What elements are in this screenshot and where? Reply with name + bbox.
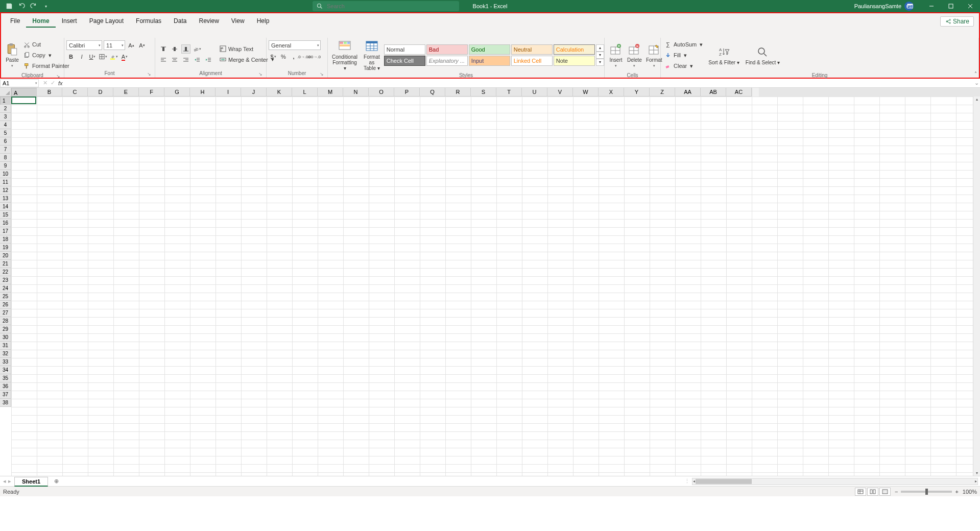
wrap-text-button[interactable]: abcWrap Text — [219, 44, 274, 54]
expand-formula-bar-icon[interactable]: ⌄ — [973, 80, 980, 86]
zoom-slider[interactable] — [901, 491, 952, 493]
maximize-button[interactable] — [941, 0, 961, 12]
fx-icon[interactable]: fx — [58, 80, 63, 86]
row-header[interactable]: 31 — [0, 342, 11, 350]
underline-button[interactable]: U▾ — [88, 52, 97, 61]
decrease-decimal-button[interactable]: .00→.0 — [309, 52, 319, 61]
tab-formulas[interactable]: Formulas — [130, 15, 168, 28]
row-header[interactable]: 16 — [0, 219, 11, 227]
sheet-tab[interactable]: Sheet1 — [14, 477, 48, 487]
column-header[interactable]: G — [164, 88, 190, 96]
column-header[interactable]: X — [599, 88, 624, 96]
delete-cells-button[interactable]: Delete▾ — [625, 39, 644, 71]
tab-help[interactable]: Help — [251, 15, 276, 28]
tab-page-layout[interactable]: Page Layout — [83, 15, 130, 28]
paste-button[interactable]: Paste ▾ — [3, 39, 21, 71]
row-header[interactable]: 10 — [0, 170, 11, 178]
column-header[interactable]: T — [496, 88, 522, 96]
clear-button[interactable]: Clear▾ — [664, 61, 703, 70]
gallery-down-icon[interactable]: ▾ — [596, 52, 604, 59]
column-header[interactable]: AB — [701, 88, 726, 96]
select-all-corner[interactable] — [0, 88, 11, 96]
row-header[interactable]: 30 — [0, 333, 11, 342]
column-header[interactable]: C — [62, 88, 88, 96]
row-header[interactable]: 23 — [0, 276, 11, 284]
redo-icon[interactable] — [30, 2, 38, 10]
zoom-in-button[interactable]: + — [955, 489, 958, 495]
bold-button[interactable]: B — [66, 52, 76, 61]
ribbon-display-options-icon[interactable] — [900, 0, 920, 12]
row-header[interactable]: 21 — [0, 260, 11, 268]
dialog-launcher-icon[interactable]: ↘ — [319, 71, 324, 77]
column-header[interactable]: E — [113, 88, 139, 96]
column-header[interactable]: W — [573, 88, 599, 96]
tab-file[interactable]: File — [4, 15, 26, 28]
tab-insert[interactable]: Insert — [56, 15, 83, 28]
cell-style-normal[interactable]: Normal — [384, 44, 425, 55]
column-header[interactable]: H — [190, 88, 216, 96]
column-header[interactable]: D — [88, 88, 113, 96]
orientation-button[interactable]: ab▾ — [193, 44, 202, 54]
column-header[interactable]: AC — [726, 88, 752, 96]
align-bottom-button[interactable] — [181, 44, 190, 54]
cancel-formula-icon[interactable]: ✕ — [43, 80, 47, 86]
row-header[interactable]: 28 — [0, 317, 11, 325]
column-header[interactable]: K — [267, 88, 292, 96]
row-header[interactable]: 19 — [0, 244, 11, 252]
new-sheet-button[interactable]: ⊕ — [51, 478, 61, 485]
column-header[interactable]: I — [216, 88, 241, 96]
undo-icon[interactable] — [17, 2, 26, 10]
cell-style-input[interactable]: Input — [469, 56, 510, 66]
column-header[interactable]: M — [318, 88, 343, 96]
row-header[interactable]: 8 — [0, 154, 11, 162]
column-header[interactable]: AA — [675, 88, 701, 96]
cell-style-neutral[interactable]: Neutral — [511, 44, 553, 55]
decrease-indent-button[interactable] — [193, 55, 202, 64]
tab-scroll-first-icon[interactable]: ◂ — [3, 478, 6, 485]
row-header[interactable]: 29 — [0, 325, 11, 333]
dialog-launcher-icon[interactable]: ↘ — [147, 71, 152, 77]
row-header[interactable]: 12 — [0, 186, 11, 195]
increase-font-size-button[interactable]: A▴ — [127, 41, 136, 50]
row-header[interactable]: 1 — [0, 96, 11, 105]
qat-customize-icon[interactable]: ▾ — [42, 2, 50, 10]
row-header[interactable]: 24 — [0, 284, 11, 293]
row-header[interactable]: 11 — [0, 178, 11, 186]
row-header[interactable]: 27 — [0, 309, 11, 317]
styles-gallery-spinner[interactable]: ▴ ▾ ▾ — [596, 44, 604, 66]
gallery-more-icon[interactable]: ▾ — [596, 59, 604, 66]
tab-data[interactable]: Data — [168, 15, 193, 28]
column-header[interactable]: F — [139, 88, 164, 96]
column-header[interactable]: J — [241, 88, 267, 96]
row-header[interactable]: 4 — [0, 121, 11, 129]
row-header[interactable]: 2 — [0, 105, 11, 113]
font-size-select[interactable]: 11▾ — [104, 40, 125, 50]
row-header[interactable]: 35 — [0, 374, 11, 382]
row-header[interactable]: 34 — [0, 366, 11, 374]
cells-area[interactable] — [11, 96, 973, 476]
hscroll-thumb[interactable] — [696, 479, 752, 484]
close-button[interactable] — [961, 0, 980, 12]
copy-button[interactable]: Copy▾ — [23, 51, 69, 60]
italic-button[interactable]: I — [77, 52, 86, 61]
conditional-formatting-button[interactable]: Conditional Formatting ▾ — [330, 39, 360, 71]
scroll-up-icon[interactable]: ▴ — [975, 96, 978, 102]
format-painter-button[interactable]: Format Painter — [23, 61, 69, 70]
column-header[interactable]: Z — [650, 88, 675, 96]
row-header[interactable]: 20 — [0, 252, 11, 260]
row-header[interactable]: 36 — [0, 382, 11, 391]
row-header[interactable]: 5 — [0, 129, 11, 137]
column-header[interactable]: N — [343, 88, 369, 96]
cell-style-linked-cell[interactable]: Linked Cell — [511, 56, 553, 66]
page-layout-view-button[interactable] — [867, 488, 878, 496]
number-format-select[interactable]: General▾ — [269, 40, 321, 50]
tab-view[interactable]: View — [225, 15, 251, 28]
row-header[interactable]: 38 — [0, 399, 11, 407]
row-header[interactable]: 13 — [0, 195, 11, 203]
collapse-ribbon-icon[interactable]: ˄ — [974, 71, 977, 77]
autosum-button[interactable]: ∑AutoSum▾ — [664, 40, 703, 49]
font-color-button[interactable]: A▾ — [120, 52, 129, 61]
page-break-view-button[interactable] — [879, 488, 891, 496]
zoom-level[interactable]: 100% — [963, 489, 977, 495]
tab-review[interactable]: Review — [193, 15, 225, 28]
